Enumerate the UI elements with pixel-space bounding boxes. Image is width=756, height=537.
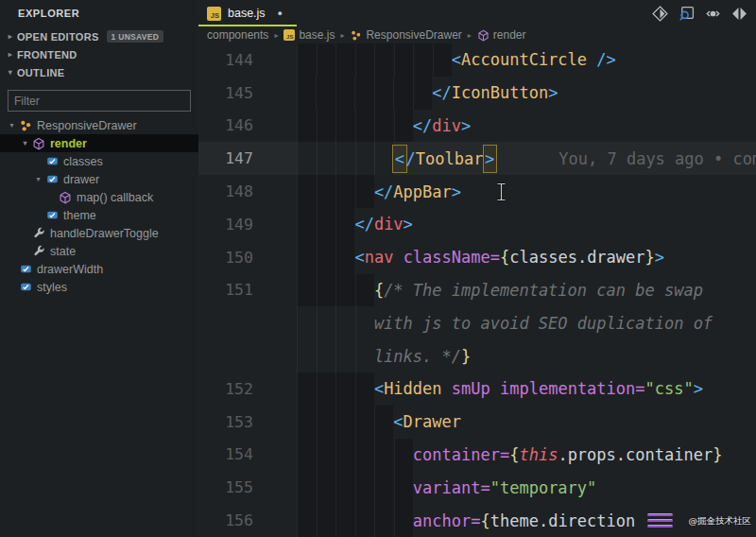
line-number[interactable]: 152 [198,380,297,398]
section-frontend[interactable]: ▸ FRONTEND [0,45,198,63]
line-number[interactable]: 156 [198,511,297,529]
javascript-file-icon: JS [207,7,221,21]
indent-whitespace [297,274,374,307]
outline-item-label: handleDrawerToggle [50,227,159,240]
chevron-down-icon[interactable]: ▾ [6,121,18,130]
outline-item-label: drawerWidth [37,263,103,276]
outline-item-label: styles [37,281,67,294]
outline-item-styles[interactable]: styles [0,278,198,296]
outline-filter-input[interactable] [8,90,191,112]
code-line-155[interactable]: 155variant="temporary" [198,471,756,504]
code-line-151[interactable]: 151{/* The implementation can be swap [198,274,756,307]
code-token: Toolbar [416,149,484,168]
outline-item-map-callback[interactable]: map() callback [0,188,198,206]
git-blame-annotation: You, 7 days ago • commit [558,149,756,168]
code-token: div [432,116,461,135]
line-number[interactable]: 154 [198,445,297,463]
outline-item-drawer[interactable]: ▾drawer [0,170,198,188]
code-line-145[interactable]: 145</IconButton> [198,77,756,110]
chevron-down-icon[interactable]: ▾ [32,175,44,183]
line-number[interactable]: 149 [198,216,297,234]
search-editor-icon[interactable] [679,6,695,22]
code-line-wrap[interactable]: links. */} [198,339,756,372]
breadcrumb-item-responsivedrawer[interactable]: ResponsiveDrawer [350,28,461,42]
line-number[interactable]: 148 [198,182,297,200]
indent-whitespace [297,110,413,143]
section-open-editors[interactable]: ▸ OPEN EDITORS 1 UNSAVED [0,27,198,45]
symbol-variable-icon [18,262,33,276]
indent-whitespace [297,142,393,175]
tab-label: base.js [228,7,266,20]
tab-base-js[interactable]: JS base.js ● [198,0,297,26]
line-number[interactable]: 153 [198,413,297,431]
outline-item-theme[interactable]: theme [0,206,198,224]
code-line-146[interactable]: 146</div> [198,110,756,143]
outline-item-classes[interactable]: classes [0,152,198,170]
section-label: FRONTEND [17,49,77,61]
outline-item-state[interactable]: state [0,242,198,260]
split-editor-icon[interactable] [731,6,747,22]
code-editor[interactable]: 144<AccountCircle />145</IconButton>146<… [198,43,756,537]
outline-item-handledrawertoggle[interactable]: handleDrawerToggle [0,224,198,242]
code-line-149[interactable]: 149</div> [198,208,756,241]
code-token: AccountCircle [461,50,587,69]
modified-dot-icon[interactable]: ● [278,9,283,18]
outline-item-label: theme [63,209,96,222]
code-token: } [461,347,471,366]
code-line-wrap[interactable]: with js to avoid SEO duplication of [198,306,756,339]
code-token: = [480,478,490,497]
code-line-156[interactable]: 156anchor={theme.direction [198,504,756,537]
symbol-wrench-icon [31,244,46,258]
code-token: < [354,248,364,267]
code-token: Drawer [404,412,461,431]
code-token: > [694,379,703,398]
code-token [393,248,403,267]
code-line-148[interactable]: 148</AppBar> [198,175,756,208]
code-line-153[interactable]: 153<Drawer [198,406,756,439]
breadcrumb-item-base-js[interactable]: JS base.js [284,28,335,42]
outline-item-render[interactable]: ▾render [0,134,198,152]
indent-whitespace [297,241,354,274]
symbol-wrench-icon [31,226,46,240]
code-token: theme.direction [490,511,636,530]
line-number[interactable]: 147 [198,149,297,167]
breadcrumb-item-render[interactable]: render [477,28,526,42]
outline-item-drawerwidth[interactable]: drawerWidth [0,260,198,278]
line-number[interactable]: 150 [198,249,297,267]
toggle-preview-icon[interactable] [705,6,721,22]
code-line-152[interactable]: 152<Hidden smUp implementation="css"> [198,372,756,406]
code-token: = [500,445,509,464]
code-line-147[interactable]: 147</Toolbar>You, 7 days ago • commit [198,142,756,175]
code-line-154[interactable]: 154container={this.props.container} [198,439,756,472]
outline-item-label: classes [63,155,103,168]
chevron-right-icon: ▸ [4,32,17,41]
line-number[interactable]: 144 [198,51,297,69]
code-token: { [480,511,490,530]
indent-whitespace [297,306,374,339]
code-token: "temporary" [490,478,597,497]
code-token: = [635,379,644,398]
chevron-down-icon[interactable]: ▾ [19,139,31,147]
code-token: /* The implementation can be swap [384,281,703,300]
breadcrumb: components ▸ JS base.js ▸ ResponsiveDraw… [198,26,756,43]
matched-bracket: > [484,146,496,172]
line-number[interactable]: 145 [198,84,297,102]
code-token: className [404,248,490,267]
chevron-down-icon: ▾ [4,68,17,77]
code-token [587,50,596,69]
line-number[interactable]: 155 [198,478,297,496]
section-label: OPEN EDITORS [17,31,99,43]
line-number[interactable]: 151 [198,281,297,299]
code-token: /> [596,50,615,69]
outline-item-responsivedrawer[interactable]: ▾ResponsiveDrawer [0,116,198,134]
line-number[interactable]: 146 [198,116,297,134]
indent-whitespace [297,471,413,504]
code-token: nav [365,248,394,267]
code-line-150[interactable]: 150<nav className={classes.drawer}> [198,241,756,274]
section-outline[interactable]: ▾ OUTLINE [0,63,198,81]
code-line-144[interactable]: 144<AccountCircle /> [198,43,756,77]
code-token: implementation [500,379,635,398]
indent-whitespace [297,406,393,439]
open-changes-icon[interactable] [652,6,668,22]
breadcrumb-item-components[interactable]: components [207,28,268,42]
